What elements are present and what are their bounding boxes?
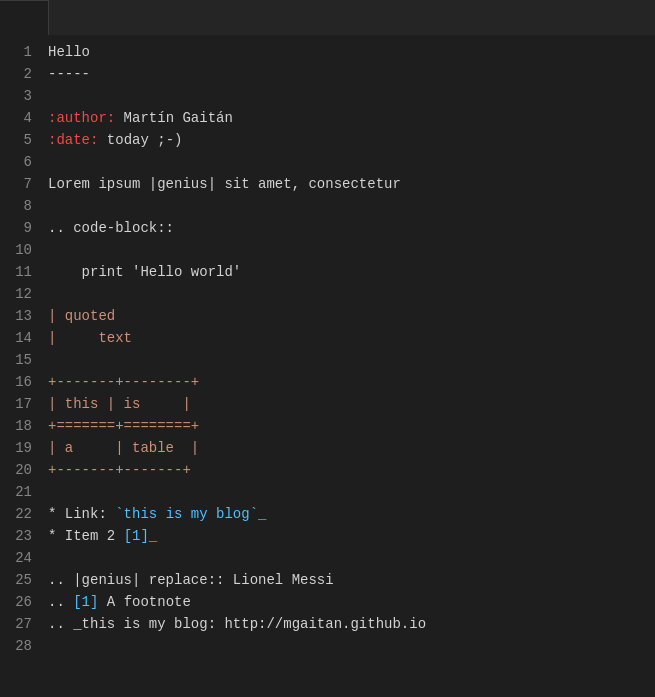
token: print 'Hello world' (48, 264, 241, 280)
token: :date: (48, 132, 98, 148)
code-line: .. code-block:: (48, 217, 655, 239)
line-number: 4 (0, 107, 40, 129)
line-number: 23 (0, 525, 40, 547)
code-line: .. _this is my blog: http://mgaitan.gith… (48, 613, 655, 635)
token: .. (48, 594, 73, 610)
code-line: :author: Martín Gaitán (48, 107, 655, 129)
code-line: | quoted (48, 305, 655, 327)
code-line: | text (48, 327, 655, 349)
code-line: +-------+--------+ (48, 371, 655, 393)
code-line: * Link: `this is my blog`_ (48, 503, 655, 525)
line-number: 24 (0, 547, 40, 569)
token: | a | table | (48, 440, 199, 456)
line-number: 2 (0, 63, 40, 85)
line-number: 11 (0, 261, 40, 283)
line-number: 17 (0, 393, 40, 415)
line-number: 18 (0, 415, 40, 437)
token: :author: (48, 110, 115, 126)
token: | quoted (48, 308, 115, 324)
token: ----- (48, 66, 90, 82)
line-number: 19 (0, 437, 40, 459)
line-number: 26 (0, 591, 40, 613)
code-line (48, 195, 655, 217)
code-line (48, 547, 655, 569)
code-line (48, 635, 655, 657)
token: [1]_ (124, 528, 158, 544)
code-line: | a | table | (48, 437, 655, 459)
code-line: :date: today ;-) (48, 129, 655, 151)
line-number: 15 (0, 349, 40, 371)
token: [1] (73, 594, 98, 610)
code-line: ----- (48, 63, 655, 85)
code-line: Lorem ipsum |genius| sit amet, consectet… (48, 173, 655, 195)
line-number: 9 (0, 217, 40, 239)
token: A footnote (98, 594, 190, 610)
token: .. code-block:: (48, 220, 174, 236)
token: .. _this is my blog: http://mgaitan.gith… (48, 616, 426, 632)
line-number: 21 (0, 481, 40, 503)
line-number: 16 (0, 371, 40, 393)
code-line: +=======+========+ (48, 415, 655, 437)
line-number: 8 (0, 195, 40, 217)
code-line: +-------+-------+ (48, 459, 655, 481)
line-number: 3 (0, 85, 40, 107)
line-number: 20 (0, 459, 40, 481)
code-line (48, 283, 655, 305)
code-content[interactable]: Hello----- :author: Martín Gaitán:date: … (40, 35, 655, 697)
code-line: Hello (48, 41, 655, 63)
token: .. |genius| replace:: Lionel Messi (48, 572, 334, 588)
token: | text (48, 330, 132, 346)
code-line: .. [1] A footnote (48, 591, 655, 613)
line-number: 6 (0, 151, 40, 173)
line-number: 14 (0, 327, 40, 349)
code-line: .. |genius| replace:: Lionel Messi (48, 569, 655, 591)
token: `this is my blog`_ (115, 506, 266, 522)
code-line (48, 151, 655, 173)
token: +-------+--------+ (48, 374, 199, 390)
code-area: 1234567891011121314151617181920212223242… (0, 35, 655, 697)
token: +-------+-------+ (48, 462, 191, 478)
token: * Link: (48, 506, 115, 522)
line-number: 1 (0, 41, 40, 63)
line-number: 13 (0, 305, 40, 327)
tab-bar (0, 0, 655, 35)
line-number: 7 (0, 173, 40, 195)
token: Martín Gaitán (115, 110, 233, 126)
code-line (48, 85, 655, 107)
tab-sample-rst[interactable] (0, 0, 49, 35)
code-line (48, 481, 655, 503)
editor: 1234567891011121314151617181920212223242… (0, 35, 655, 697)
line-number: 22 (0, 503, 40, 525)
line-number: 27 (0, 613, 40, 635)
token: Hello (48, 44, 90, 60)
token: +=======+========+ (48, 418, 199, 434)
line-numbers: 1234567891011121314151617181920212223242… (0, 35, 40, 697)
code-line: | this | is | (48, 393, 655, 415)
line-number: 28 (0, 635, 40, 657)
line-number: 5 (0, 129, 40, 151)
code-line (48, 349, 655, 371)
token: Lorem ipsum |genius| sit amet, consectet… (48, 176, 401, 192)
token: * Item 2 (48, 528, 124, 544)
code-line: * Item 2 [1]_ (48, 525, 655, 547)
line-number: 10 (0, 239, 40, 261)
line-number: 25 (0, 569, 40, 591)
token: today ;-) (98, 132, 182, 148)
token: | this | is | (48, 396, 191, 412)
code-line: print 'Hello world' (48, 261, 655, 283)
code-line (48, 239, 655, 261)
tab-close-button[interactable] (20, 10, 36, 26)
line-number: 12 (0, 283, 40, 305)
